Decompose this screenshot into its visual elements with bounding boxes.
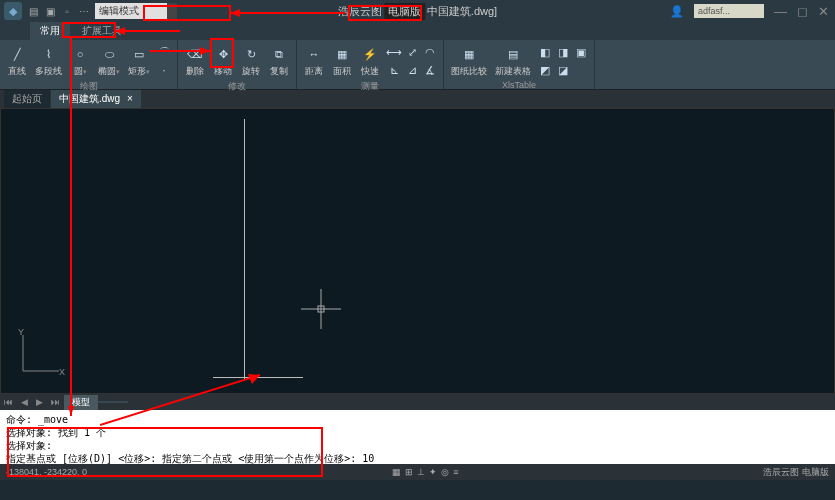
erase-icon: ⌫: [185, 44, 205, 64]
ucs-icon: YX: [15, 329, 65, 379]
app-name: 浩辰云图: [338, 4, 382, 19]
qat-more-icon[interactable]: ⋯: [77, 4, 91, 18]
doc-tab-start[interactable]: 起始页: [4, 90, 50, 108]
layout-last-icon[interactable]: ⏭: [47, 397, 64, 407]
maximize-button[interactable]: ◻: [797, 4, 808, 19]
crosshair-cursor: [301, 289, 361, 349]
quick-icon: ⚡: [360, 44, 380, 64]
cmd-line: 选择对象: 找到 1 个: [6, 426, 829, 439]
chevron-down-icon: ▾: [83, 68, 87, 75]
svg-text:X: X: [59, 367, 65, 377]
panel-measure-label: 测量: [301, 80, 439, 92]
point-icon[interactable]: ·: [156, 62, 172, 78]
tool-area[interactable]: ▦面积: [329, 42, 355, 80]
chevron-down-icon: ▾: [146, 68, 150, 75]
cmd-line: 命令: _move: [6, 413, 829, 426]
t2-icon[interactable]: ◨: [555, 44, 571, 60]
line-icon: ╱: [7, 44, 27, 64]
rotate-icon: ↻: [241, 44, 261, 64]
table-icon: ▤: [503, 44, 523, 64]
dim2-icon[interactable]: ⤢: [404, 44, 420, 60]
circle-icon: ○: [70, 44, 90, 64]
dim4-icon[interactable]: ⊾: [386, 62, 402, 78]
copy-icon: ⧉: [269, 44, 289, 64]
panel-modify-label: 修改: [182, 80, 292, 92]
status-right: 浩辰云图 电脑版: [763, 466, 829, 479]
tool-distance[interactable]: ↔距离: [301, 42, 327, 80]
chevron-down-icon: ▾: [116, 68, 120, 75]
tool-rect[interactable]: ▭矩形▾: [125, 42, 153, 80]
qat-save-icon[interactable]: ▫: [60, 4, 74, 18]
t4-icon[interactable]: ◩: [537, 62, 553, 78]
polyline-icon: ⌇: [39, 44, 59, 64]
layout-tab-model[interactable]: 模型: [64, 395, 98, 410]
dim3-icon[interactable]: ◠: [422, 44, 438, 60]
layout-first-icon[interactable]: ⏮: [0, 397, 17, 407]
ellipse-icon: ⬭: [99, 44, 119, 64]
drawn-hline: [213, 377, 303, 378]
move-icon: ✥: [213, 44, 233, 64]
minimize-button[interactable]: —: [774, 4, 787, 19]
t3-icon[interactable]: ▣: [573, 44, 589, 60]
area-icon: ▦: [332, 44, 352, 64]
tool-erase[interactable]: ⌫删除: [182, 42, 208, 80]
user-name[interactable]: adfasf...: [694, 4, 764, 18]
qat-open-icon[interactable]: ▣: [43, 4, 57, 18]
dim5-icon[interactable]: ⊿: [404, 62, 420, 78]
distance-icon: ↔: [304, 44, 324, 64]
status-coords: -138041, -234220, 0: [6, 467, 87, 477]
layout-prev-icon[interactable]: ◀: [17, 397, 32, 407]
layout-next-icon[interactable]: ▶: [32, 397, 47, 407]
doc-name: 中国建筑.dwg]: [427, 4, 497, 19]
search-dropdown-icon[interactable]: [167, 3, 177, 19]
command-window[interactable]: 命令: _move 选择对象: 找到 1 个 选择对象: 指定基点或 [位移(D…: [0, 410, 835, 464]
tab-common[interactable]: 常用: [30, 22, 70, 40]
tool-circle[interactable]: ○圆▾: [67, 42, 93, 80]
app-edition: 电脑版: [384, 3, 425, 20]
doc-tab-active[interactable]: 中国建筑.dwg ×: [51, 90, 141, 108]
ortho-icon[interactable]: ⊥: [417, 467, 425, 477]
app-logo: ◆: [4, 2, 22, 20]
tool-newtable[interactable]: ▤新建表格: [492, 42, 534, 80]
cmd-line: 选择对象:: [6, 439, 829, 452]
search-mode-box[interactable]: 编辑模式: [91, 3, 177, 19]
tool-line[interactable]: ╱直线: [4, 42, 30, 80]
t1-icon[interactable]: ◧: [537, 44, 553, 60]
drawn-vline: [244, 119, 245, 379]
tool-move[interactable]: ✥移动: [210, 42, 236, 80]
drawing-canvas[interactable]: YX: [0, 108, 835, 394]
tool-rotate[interactable]: ↻旋转: [238, 42, 264, 80]
compare-icon: ▦: [459, 44, 479, 64]
panel-compare-label: XlsTable: [448, 80, 590, 90]
dim1-icon[interactable]: ⟷: [386, 44, 402, 60]
t5-icon[interactable]: ◪: [555, 62, 571, 78]
rect-icon: ▭: [129, 44, 149, 64]
osnap-icon[interactable]: ◎: [441, 467, 449, 477]
close-tab-icon[interactable]: ×: [127, 93, 133, 104]
snap-icon[interactable]: ▦: [392, 467, 401, 477]
qat-new-icon[interactable]: ▤: [26, 4, 40, 18]
search-text: 编辑模式: [95, 3, 167, 19]
tool-polyline[interactable]: ⌇多段线: [32, 42, 65, 80]
close-button[interactable]: ✕: [818, 4, 829, 19]
window-title: 浩辰云图 电脑版 中国建筑.dwg]: [338, 3, 497, 20]
tool-ellipse[interactable]: ⬭椭圆▾: [95, 42, 123, 80]
arc-icon[interactable]: ⌒: [156, 44, 172, 60]
lwt-icon[interactable]: ≡: [453, 467, 458, 477]
layout-tab-1[interactable]: [98, 401, 128, 403]
tool-copy[interactable]: ⧉复制: [266, 42, 292, 80]
tool-quick[interactable]: ⚡快速: [357, 42, 383, 80]
grid-icon[interactable]: ⊞: [405, 467, 413, 477]
dim6-icon[interactable]: ∡: [422, 62, 438, 78]
svg-text:Y: Y: [18, 329, 24, 337]
polar-icon[interactable]: ✦: [429, 467, 437, 477]
tab-extensions[interactable]: 扩展工具: [72, 22, 132, 40]
user-icon[interactable]: 👤: [670, 5, 684, 18]
tool-compare[interactable]: ▦图纸比较: [448, 42, 490, 80]
